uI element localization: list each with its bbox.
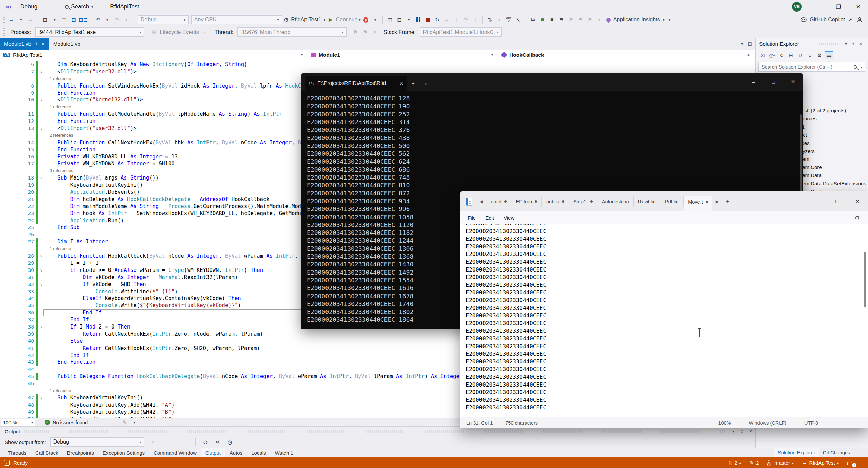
lifecycle-dropdown[interactable]: ▾ [201,27,210,37]
fold-chevron-icon[interactable]: ∨ [39,281,44,288]
flag-plus-icon[interactable]: ⚑ [361,27,370,37]
add-user-icon[interactable] [855,15,864,24]
spell-check-button[interactable]: abc✓ [505,15,513,24]
redo-button[interactable]: ↷ [113,15,121,24]
terminal-close-button[interactable]: ✕ [783,79,803,85]
bookmark-dropdown[interactable]: ▾ [595,15,604,24]
close-icon[interactable]: ✕ [856,42,865,46]
line-annotations-button[interactable]: ≡ [548,15,556,24]
notepad-window[interactable]: ◀otnetEF troupublicStep1.AutodeskLinRevi… [460,191,868,428]
undo-dropdown[interactable]: ▾ [103,15,112,24]
solution-explorer-search[interactable]: Search Solution Explorer (Ctrl+;) ▾ [758,62,865,72]
panel-tab-output[interactable]: Output [201,448,225,457]
navigate-back-button[interactable]: ← [7,15,16,24]
new-tab-button[interactable]: + [407,80,419,86]
sync-namespaces-button[interactable]: ⇅ [486,15,494,24]
pending-changes-filter-icon[interactable]: ◷▾ [768,51,776,59]
panel-tab-locals[interactable]: Locals [247,448,270,457]
save-button[interactable]: ⊡ [69,15,78,24]
step-over-button[interactable]: ↷ [461,15,470,24]
encoding[interactable]: UTF-8 [795,420,827,426]
notepad-tab-step1-[interactable]: Step1. [569,196,597,207]
doc-tab-module1-preview[interactable]: Module1.vb [49,38,84,50]
code-cleanup-dropdown[interactable]: ▾ [130,418,139,427]
navigate-back-dropdown[interactable]: ▾ [17,15,25,24]
show-next-statement-button[interactable]: → [442,15,451,24]
notepad-scrollbar[interactable] [864,252,866,307]
new-project-dropdown[interactable]: ▾ [50,15,59,24]
terminal-maximize-button[interactable]: □ [764,79,783,85]
stack-frame-select[interactable]: RfidApiTest1.Module1.HookCallback▾ [420,27,502,37]
pending-edits-button[interactable]: ✎2 [750,460,759,466]
clear-all-icon[interactable]: ⊜ [201,437,210,447]
panel-tab-exception-settings[interactable]: Exception Settings [98,448,149,457]
wrench-icon[interactable]: ⚙ [815,51,824,59]
window-layout-button[interactable]: ⊟ [395,15,404,24]
notepad-tab-ef-trou[interactable]: EF trou [511,196,542,207]
solution-configuration-select[interactable]: Debug▾ [138,15,189,24]
settings-gear-icon[interactable]: ⚙ [855,214,868,221]
notepad-tab-revit-txt[interactable]: Revit.txt [634,196,660,207]
next-message-icon[interactable]: → [181,437,190,447]
issues-status[interactable]: No issues found [53,420,88,425]
menu-debug[interactable]: Debug [16,0,53,14]
share-icon[interactable]: ↗ [846,15,854,24]
terminal-tab[interactable]: C:\ E:\Projects\RFID\ApiTest\Rfid. ✕ [305,76,407,91]
tab-scroll-right-button[interactable]: ▶ [712,199,722,204]
process-select[interactable]: [9444] RfidApiTest1.exe▾ [35,27,144,37]
notepad-menu-edit[interactable]: Edit [480,215,499,221]
startup-project-button[interactable]: ⚙ RfidApiTest1 ▾ [284,15,326,24]
notepad-maximize-button[interactable]: □ [827,199,847,205]
hot-reload-button[interactable] [361,15,370,24]
solution-platform-select[interactable]: Any CPU▾ [191,15,282,24]
notepad-menu-view[interactable]: View [499,215,519,221]
breadcrumb-project[interactable]: VB RfidApiTest1 ▾ [0,50,307,60]
vs-search-box[interactable]: Search ▾ [62,3,96,10]
break-all-button[interactable] [414,15,423,24]
add-icon[interactable]: + [747,52,755,58]
close-icon[interactable]: ✕ [746,429,755,434]
output-source-select[interactable]: Debug▾ [50,437,144,447]
pin-icon[interactable]: ⊥ [35,42,38,46]
fold-chevron-icon[interactable]: ∨ [39,68,44,75]
fold-chevron-icon[interactable]: ∨ [39,252,44,260]
show-all-files-icon[interactable]: ‹› [806,51,814,59]
app-insights-overflow[interactable]: ▾ [665,15,674,24]
continue-button[interactable]: ▶ Continue ▾ [329,15,361,24]
notepad-close-button[interactable]: ✕ [847,198,868,205]
right-tab-solution-explorer[interactable]: Solution Explorer [774,448,819,457]
vs-minimize-button[interactable]: – [809,0,829,14]
flagged-threads-icon[interactable]: ✕ [370,27,379,37]
panel-tab-call-stack[interactable]: Call Stack [31,448,63,457]
track-changes-button[interactable]: ≡ [538,15,547,24]
lifecycle-events-label[interactable]: Lifecycle Events [160,29,199,35]
panel-tab-breakpoints[interactable]: Breakpoints [63,448,98,457]
fold-chevron-icon[interactable]: ∨ [39,394,44,401]
sync-dropdown[interactable]: ▾ [495,15,504,24]
vs-restore-button[interactable]: ❐ [829,0,848,14]
close-icon[interactable]: ✕ [400,81,403,86]
right-tab-git-changes[interactable]: Git Changes [819,448,854,457]
editor-zoom-select[interactable]: 100 %▾ [1,419,35,426]
interleave-output-button[interactable]: ⧉ [529,15,537,24]
new-project-button[interactable]: ⊞ [41,15,50,24]
line-ending[interactable]: Windows (CRLF) [740,420,795,426]
thread-select[interactable]: [15676] Main Thread▾ [237,27,347,37]
pin-icon[interactable] [849,42,856,46]
sync-commits-button[interactable]: ⇅2▴ [729,460,741,466]
breadcrumb-type[interactable]: Module1 ▾ [307,50,497,60]
timestamp-icon[interactable]: ◷ [225,437,234,447]
panel-position-dropdown[interactable]: ▾ [729,429,737,434]
terminal-titlebar[interactable]: C:\ E:\Projects\RFID\ApiTest\Rfid. ✕ + ⌄… [301,73,803,91]
properties-icon[interactable]: ⧉ [796,51,805,59]
code-cleanup-icon[interactable]: ✎ [120,418,129,427]
restart-button[interactable]: ↻ [433,15,442,24]
notepad-tab-otnet[interactable]: otnet [486,196,511,207]
zoom-level[interactable]: 100% [709,420,739,426]
close-icon[interactable]: ✕ [42,42,45,46]
git-branch-button[interactable]: master▴ [768,460,793,466]
notepad-titlebar[interactable]: ◀otnetEF troupublicStep1.AutodeskLinRevi… [460,191,868,211]
clear-bookmarks-button[interactable]: ⚑ [586,15,594,24]
vs-close-button[interactable]: ✕ [848,0,868,14]
toggle-bookmark-button[interactable]: ⚑ [557,15,566,24]
